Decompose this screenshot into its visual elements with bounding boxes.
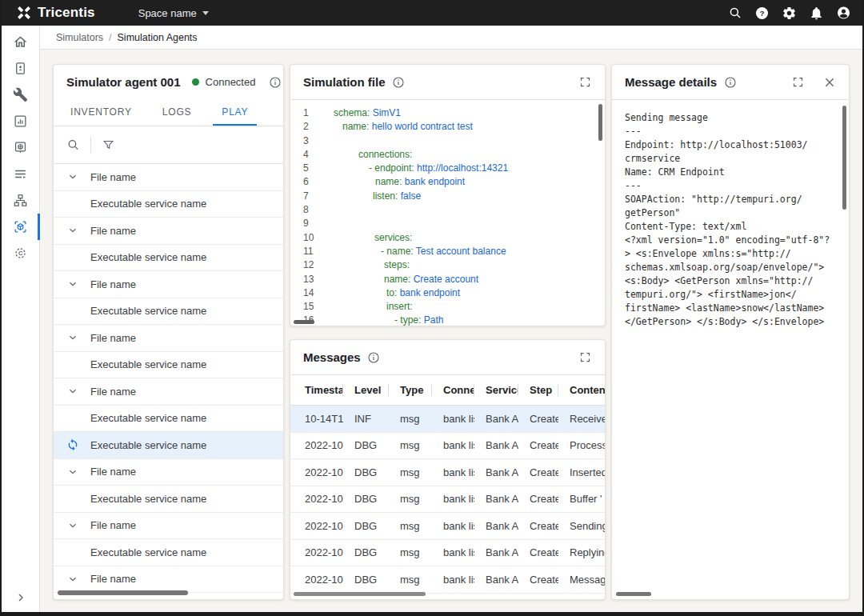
sidebar-item-services[interactable]: C	[2, 240, 40, 266]
code-vertical-scrollbar[interactable]	[598, 104, 602, 141]
table-row[interactable]: 10-14T13:INFmsgbank lisBank ACreateRecei…	[290, 406, 605, 433]
account-icon[interactable]	[836, 6, 851, 21]
tree-row-service[interactable]: Executable service name	[54, 191, 283, 218]
chevron-down-icon[interactable]	[66, 573, 79, 586]
column-header-step[interactable]: Step	[518, 375, 558, 405]
tree-row-service[interactable]: Executable service name	[54, 406, 283, 433]
table-row[interactable]: 2022-10-DBGmsgbank lisBank ACreateProces…	[290, 433, 605, 460]
message-details-panel: Message details Sending messag	[611, 64, 850, 600]
nav-rail: C	[2, 26, 40, 612]
tab-inventory[interactable]: INVENTORY	[62, 99, 141, 126]
chevron-down-icon[interactable]	[66, 331, 79, 344]
chevron-down-icon[interactable]	[66, 170, 79, 183]
details-horizontal-scrollbar[interactable]	[616, 592, 651, 596]
info-icon[interactable]	[268, 75, 282, 89]
sidebar-item-tools[interactable]	[2, 82, 40, 108]
tree-row-service[interactable]: Executable service name	[54, 245, 283, 272]
table-row[interactable]: 2022-10-DBGmsgbank lisBank ACreateMessag…	[290, 566, 605, 594]
sidebar-item-simulation-agents[interactable]	[2, 214, 40, 240]
settings-icon[interactable]	[782, 6, 797, 21]
tree-row-file[interactable]: File name	[54, 164, 283, 191]
space-selector[interactable]: Space name	[138, 7, 209, 19]
home-icon	[13, 34, 28, 50]
tree-row-service[interactable]: Executable service name	[54, 432, 283, 459]
line-number: 12	[303, 258, 314, 272]
column-header-type[interactable]: Type	[389, 375, 432, 405]
column-header-service[interactable]: Service	[474, 375, 518, 405]
column-header-content[interactable]: Content	[558, 375, 605, 405]
info-icon[interactable]	[367, 350, 381, 364]
table-row[interactable]: 2022-10-DBGmsgbank lisBank ACreateSendin…	[290, 513, 605, 540]
sidebar-item-reports[interactable]	[2, 108, 40, 134]
tree-horizontal-scrollbar[interactable]	[58, 590, 188, 595]
table-cell: Message	[558, 574, 605, 586]
table-cell: 2022-10-	[290, 546, 343, 558]
expand-icon[interactable]	[578, 350, 592, 364]
tree-row-file[interactable]: File name	[54, 566, 283, 594]
help-icon[interactable]: ?	[754, 6, 770, 21]
table-cell: bank lis	[432, 493, 474, 505]
tree-row-file[interactable]: File name	[54, 513, 283, 540]
breadcrumb-current: Simulation Agents	[118, 32, 198, 43]
info-icon[interactable]	[723, 75, 737, 89]
rail-expand-button[interactable]	[2, 588, 40, 607]
table-cell: 2022-10-	[290, 574, 343, 586]
expand-icon[interactable]	[578, 75, 592, 89]
code-line: 9	[290, 217, 605, 230]
table-row[interactable]: 2022-10-DBGmsgbank lisBank ACreateInsert…	[290, 459, 605, 486]
code-horizontal-scrollbar[interactable]	[294, 320, 314, 324]
table-cell: Create	[518, 413, 558, 425]
close-icon[interactable]	[822, 75, 836, 89]
tab-logs[interactable]: LOGS	[154, 99, 201, 126]
chevron-down-icon[interactable]	[66, 278, 79, 290]
table-cell: bank lis	[432, 439, 474, 451]
line-number: 4	[303, 148, 309, 162]
app-window: Tricentis Space name ?	[0, 0, 864, 616]
table-row[interactable]: 2022-10-DBGmsgbank lisBank ACreateBuffer…	[290, 486, 605, 514]
notifications-icon[interactable]	[809, 6, 824, 21]
table-row[interactable]: 2022-10-DBGmsgbank lisBank ACreateReplyi…	[290, 540, 605, 567]
details-vertical-scrollbar[interactable]	[842, 106, 846, 210]
chevron-down-icon[interactable]	[66, 224, 79, 237]
code-line: 4connections:	[290, 148, 605, 162]
tree-row-label: File name	[90, 466, 136, 478]
messages-title: Messages	[303, 350, 361, 364]
sidebar-item-hierarchy[interactable]	[2, 187, 40, 214]
tree-row-file[interactable]: File name	[54, 378, 283, 406]
sidebar-item-files[interactable]	[2, 55, 40, 82]
sidebar-item-simulators[interactable]	[2, 134, 40, 161]
table-cell: Create	[518, 493, 558, 505]
expand-icon[interactable]	[791, 75, 805, 89]
search-icon[interactable]	[727, 6, 742, 21]
table-cell: DBG	[343, 493, 389, 505]
chevron-down-icon[interactable]	[66, 519, 79, 532]
info-icon[interactable]	[392, 75, 406, 89]
tree-row-label: Executable service name	[90, 358, 206, 370]
table-cell: Bank A	[474, 546, 518, 558]
tree-row-service[interactable]: Executable service name	[54, 298, 283, 326]
chevron-down-icon[interactable]	[66, 385, 79, 398]
sidebar-item-logs[interactable]	[2, 161, 40, 187]
chevron-down-icon[interactable]	[66, 466, 79, 478]
code-editor[interactable]: 1schema: SimV12name: hello world contrac…	[290, 99, 605, 326]
tree-row-file[interactable]: File name	[54, 459, 283, 486]
tree-row-service[interactable]: Executable service name	[54, 539, 283, 566]
column-header-timestamp[interactable]: Timestamp	[290, 375, 343, 405]
tab-play[interactable]: PLAY	[213, 99, 257, 126]
tree-row-file[interactable]: File name	[54, 218, 283, 245]
table-cell: bank lis	[432, 413, 474, 425]
tree-row-service[interactable]: Executable service name	[54, 352, 283, 379]
chevron-right-icon	[14, 591, 27, 604]
column-header-connection[interactable]: Connection	[432, 375, 474, 405]
search-icon[interactable]	[66, 138, 80, 152]
filter-icon[interactable]	[102, 138, 115, 152]
tree-row-file[interactable]: File name	[54, 325, 283, 352]
column-header-level[interactable]: Level	[343, 375, 389, 405]
message-details-body[interactable]: Sending message --- Endpoint: http://loc…	[612, 99, 849, 599]
breadcrumb-simulators[interactable]: Simulators	[56, 32, 103, 43]
sidebar-item-home[interactable]	[2, 29, 40, 55]
tree-row-file[interactable]: File name	[54, 271, 283, 298]
messages-horizontal-scrollbar[interactable]	[294, 592, 426, 596]
table-cell: Bank A	[474, 439, 518, 451]
tree-row-service[interactable]: Executable service name	[54, 486, 283, 513]
